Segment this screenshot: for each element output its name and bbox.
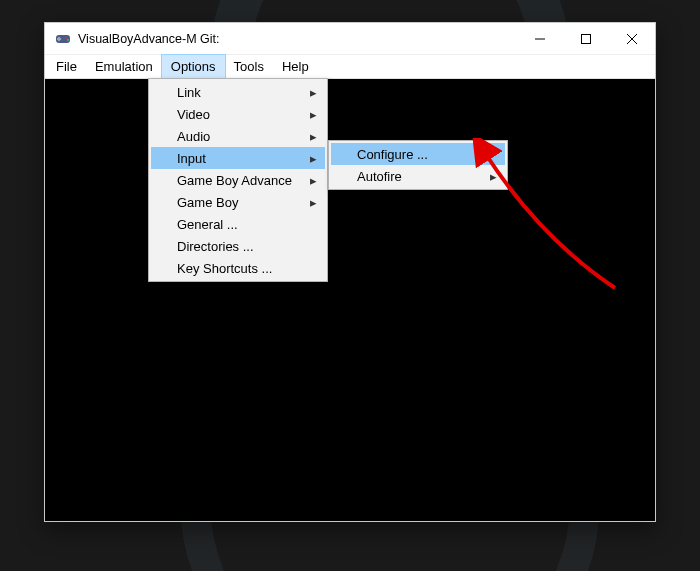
input-submenu-item-autofire[interactable]: Autofire ▸ bbox=[331, 165, 505, 187]
menu-item-label: Audio bbox=[177, 129, 210, 144]
menubar-item-emulation[interactable]: Emulation bbox=[86, 55, 162, 78]
menubar: File Emulation Options Tools Help bbox=[45, 55, 655, 79]
menu-item-label: Directories ... bbox=[177, 239, 254, 254]
menu-item-label: Video bbox=[177, 107, 210, 122]
window-controls bbox=[517, 23, 655, 54]
menu-item-label: Configure ... bbox=[357, 147, 428, 162]
menubar-item-file[interactable]: File bbox=[47, 55, 86, 78]
options-item-gb[interactable]: Game Boy ▸ bbox=[151, 191, 325, 213]
application-window: VisualBoyAdvance-M Git: File Emulation O… bbox=[44, 22, 656, 522]
menu-item-label: General ... bbox=[177, 217, 238, 232]
options-item-audio[interactable]: Audio ▸ bbox=[151, 125, 325, 147]
svg-point-4 bbox=[67, 39, 69, 41]
options-item-gba[interactable]: Game Boy Advance ▸ bbox=[151, 169, 325, 191]
menu-item-label: Game Boy Advance bbox=[177, 173, 292, 188]
close-button[interactable] bbox=[609, 23, 655, 54]
menu-item-label: Key Shortcuts ... bbox=[177, 261, 272, 276]
submenu-arrow-icon: ▸ bbox=[310, 173, 317, 188]
options-item-key-shortcuts[interactable]: Key Shortcuts ... bbox=[151, 257, 325, 279]
app-icon bbox=[55, 31, 71, 47]
input-submenu: Configure ... Autofire ▸ bbox=[328, 140, 508, 190]
menubar-item-help[interactable]: Help bbox=[273, 55, 318, 78]
menu-item-label: Autofire bbox=[357, 169, 402, 184]
input-submenu-item-configure[interactable]: Configure ... bbox=[331, 143, 505, 165]
menubar-item-options[interactable]: Options bbox=[162, 55, 225, 78]
svg-rect-6 bbox=[582, 34, 591, 43]
submenu-arrow-icon: ▸ bbox=[310, 151, 317, 166]
menu-item-label: Game Boy bbox=[177, 195, 238, 210]
options-dropdown-menu: Link ▸ Video ▸ Audio ▸ Input ▸ Game Boy … bbox=[148, 78, 328, 282]
menu-item-label: Input bbox=[177, 151, 206, 166]
submenu-arrow-icon: ▸ bbox=[310, 129, 317, 144]
options-item-directories[interactable]: Directories ... bbox=[151, 235, 325, 257]
minimize-button[interactable] bbox=[517, 23, 563, 54]
options-item-link[interactable]: Link ▸ bbox=[151, 81, 325, 103]
svg-rect-2 bbox=[57, 38, 61, 40]
submenu-arrow-icon: ▸ bbox=[310, 195, 317, 210]
submenu-arrow-icon: ▸ bbox=[310, 107, 317, 122]
submenu-arrow-icon: ▸ bbox=[310, 85, 317, 100]
svg-point-3 bbox=[65, 37, 67, 39]
maximize-button[interactable] bbox=[563, 23, 609, 54]
window-title: VisualBoyAdvance-M Git: bbox=[78, 32, 517, 46]
titlebar[interactable]: VisualBoyAdvance-M Git: bbox=[45, 23, 655, 55]
options-item-video[interactable]: Video ▸ bbox=[151, 103, 325, 125]
options-item-general[interactable]: General ... bbox=[151, 213, 325, 235]
menu-item-label: Link bbox=[177, 85, 201, 100]
options-item-input[interactable]: Input ▸ bbox=[151, 147, 325, 169]
submenu-arrow-icon: ▸ bbox=[490, 169, 497, 184]
menubar-item-tools[interactable]: Tools bbox=[225, 55, 273, 78]
